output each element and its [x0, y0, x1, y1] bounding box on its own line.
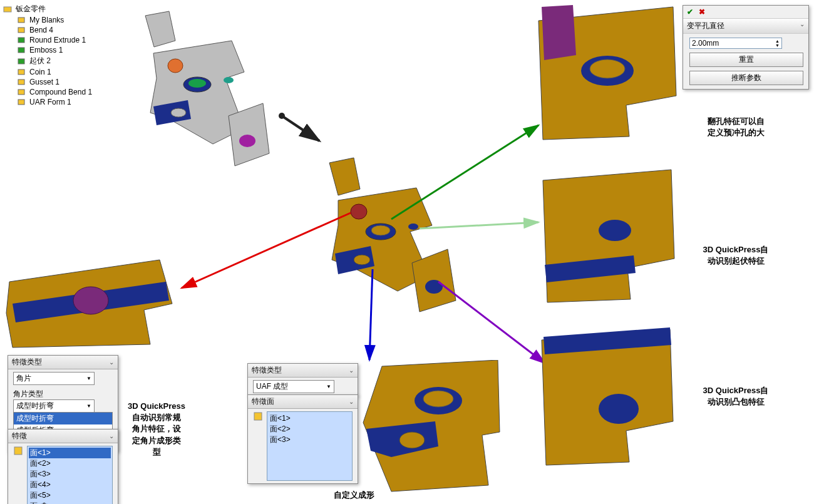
svg-line-32 — [182, 213, 351, 288]
svg-line-33 — [391, 125, 538, 219]
corner-type-combo[interactable]: 成型时折弯▼ — [13, 399, 95, 413]
caption-custom-form: 自定义成形 — [322, 490, 385, 501]
face-item[interactable]: 面<3> — [269, 435, 351, 445]
svg-marker-43 — [542, 5, 576, 60]
svg-point-52 — [423, 391, 453, 407]
infer-params-button[interactable]: 推断参数 — [689, 71, 803, 85]
svg-line-36 — [438, 282, 545, 363]
svg-point-45 — [599, 220, 631, 241]
cancel-icon[interactable]: ✖ — [699, 8, 705, 16]
face-item[interactable]: 面<2> — [269, 424, 351, 435]
face-icon — [253, 411, 264, 481]
faces-list-b[interactable]: 面<1>面<2>面<3> — [267, 411, 353, 481]
corner-type-label: 角片类型 — [13, 389, 113, 399]
hole-diameter-input[interactable]: 2.00mm ▲▼ — [689, 38, 782, 49]
svg-line-34 — [420, 222, 538, 229]
svg-rect-56 — [254, 413, 262, 420]
svg-rect-55 — [14, 447, 22, 455]
caption-boss: 3D QuickPress自动识别凸包特征 — [689, 385, 783, 408]
faces-list-a[interactable]: 面<1>面<2>面<3>面<4>面<5>面<6>面<7> — [27, 446, 113, 504]
collapse-icon[interactable]: ⌄ — [349, 367, 354, 374]
ok-icon[interactable]: ✔ — [687, 8, 693, 16]
detail-lightgreen — [540, 168, 677, 306]
feature-type-panel-b: 特徵类型⌄ UAF 成型▼ — [247, 363, 358, 396]
detail-blue — [357, 360, 501, 495]
face-item[interactable]: 面<5> — [29, 490, 111, 501]
face-item[interactable]: 面<1> — [269, 413, 351, 424]
collapse-icon[interactable]: ⌄ — [349, 398, 354, 405]
face-item[interactable]: 面<6> — [29, 501, 111, 504]
detail-green — [535, 5, 679, 143]
hole-panel-title: 变平孔直径 — [687, 21, 724, 31]
feature-faces-panel-b: 特徵面⌄ 面<1>面<2>面<3> — [247, 394, 358, 484]
collapse-icon[interactable]: ⌄ — [109, 433, 114, 440]
reset-button[interactable]: 重置 — [689, 53, 803, 67]
uaf-type-combo[interactable]: UAF 成型▼ — [253, 380, 334, 393]
hole-diameter-panel: ✔ ✖ 变平孔直径⌄ 2.00mm ▲▼ 重置 推断参数 — [683, 5, 809, 90]
feature-type-combo[interactable]: 角片▼ — [13, 372, 95, 385]
dropdown-option[interactable]: 成型时折弯 — [14, 413, 112, 424]
caption-emboss: 3D QuickPress自动识别起伏特征 — [689, 244, 783, 267]
feature-faces-panel-a: 特徵⌄ 面<1>面<2>面<3>面<4>面<5>面<6>面<7> 自动找到 — [8, 429, 118, 504]
collapse-icon[interactable]: ⌄ — [109, 359, 114, 366]
detail-red — [3, 247, 178, 354]
detail-purple — [538, 327, 676, 468]
spinner-icon[interactable]: ▲▼ — [775, 39, 780, 48]
face-item[interactable]: 面<3> — [29, 469, 111, 480]
face-item[interactable]: 面<4> — [29, 480, 111, 490]
face-item[interactable]: 面<1> — [29, 448, 111, 458]
svg-point-39 — [73, 287, 108, 314]
svg-point-54 — [399, 432, 425, 448]
caption-corner: 3D QuickPress自动识别常规角片特征，设定角片成形类型 — [122, 401, 191, 458]
collapse-icon[interactable]: ⌄ — [800, 21, 805, 31]
svg-line-35 — [369, 269, 373, 360]
face-icon — [13, 446, 24, 504]
panel-a-header: 特徵类型⌄ — [8, 356, 118, 369]
caption-flange-hole: 翻孔特征可以自定义预冲孔的大 — [695, 116, 776, 138]
face-item[interactable]: 面<2> — [29, 458, 111, 469]
svg-point-42 — [590, 59, 625, 78]
svg-point-48 — [599, 394, 639, 424]
